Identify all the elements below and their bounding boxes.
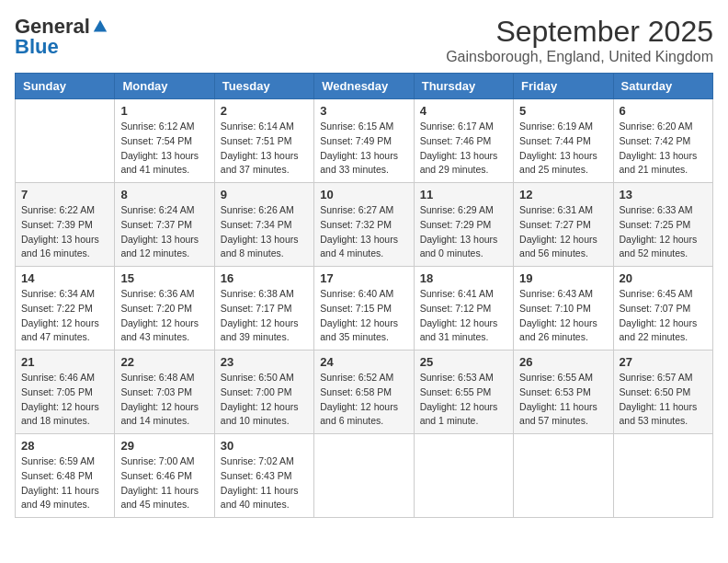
day-info: Sunrise: 6:36 AMSunset: 7:20 PMDaylight:… (120, 287, 208, 345)
day-info: Sunrise: 7:00 AMSunset: 6:46 PMDaylight:… (120, 454, 208, 512)
day-number: 18 (420, 271, 507, 285)
calendar-cell (514, 434, 613, 518)
header-monday: Monday (115, 74, 214, 99)
day-info: Sunrise: 6:24 AMSunset: 7:37 PMDaylight:… (120, 203, 208, 261)
day-info: Sunrise: 6:34 AMSunset: 7:22 PMDaylight:… (21, 287, 108, 345)
day-number: 23 (221, 355, 308, 369)
day-number: 2 (221, 104, 308, 118)
day-number: 1 (120, 104, 208, 118)
calendar-cell: 26Sunrise: 6:55 AMSunset: 6:53 PMDayligh… (514, 350, 613, 434)
calendar-cell: 28Sunrise: 6:59 AMSunset: 6:48 PMDayligh… (16, 434, 115, 518)
calendar-cell: 30Sunrise: 7:02 AMSunset: 6:43 PMDayligh… (214, 434, 313, 518)
calendar-cell: 1Sunrise: 6:12 AMSunset: 7:54 PMDaylight… (115, 99, 214, 183)
calendar-cell (16, 99, 115, 183)
day-number: 9 (221, 188, 308, 201)
calendar-cell: 8Sunrise: 6:24 AMSunset: 7:37 PMDaylight… (115, 183, 214, 267)
calendar-cell: 4Sunrise: 6:17 AMSunset: 7:46 PMDaylight… (414, 99, 513, 183)
day-info: Sunrise: 7:02 AMSunset: 6:43 PMDaylight:… (221, 454, 308, 512)
calendar-cell: 16Sunrise: 6:38 AMSunset: 7:17 PMDayligh… (214, 267, 313, 350)
day-info: Sunrise: 6:40 AMSunset: 7:15 PMDaylight:… (320, 287, 407, 345)
day-number: 7 (21, 188, 108, 201)
day-info: Sunrise: 6:50 AMSunset: 7:00 PMDaylight:… (221, 371, 308, 429)
calendar-cell: 13Sunrise: 6:33 AMSunset: 7:25 PMDayligh… (613, 183, 712, 267)
calendar-cell: 25Sunrise: 6:53 AMSunset: 6:55 PMDayligh… (414, 350, 513, 434)
day-info: Sunrise: 6:43 AMSunset: 7:10 PMDaylight:… (519, 287, 607, 345)
calendar-cell: 23Sunrise: 6:50 AMSunset: 7:00 PMDayligh… (214, 350, 313, 434)
logo: General Blue (15, 15, 108, 59)
calendar-cell (414, 434, 513, 518)
calendar-cell (613, 434, 712, 518)
calendar: SundayMondayTuesdayWednesdayThursdayFrid… (15, 73, 713, 518)
week-row-4: 21Sunrise: 6:46 AMSunset: 7:05 PMDayligh… (16, 350, 713, 434)
calendar-cell: 19Sunrise: 6:43 AMSunset: 7:10 PMDayligh… (514, 267, 613, 350)
day-info: Sunrise: 6:29 AMSunset: 7:29 PMDaylight:… (420, 203, 507, 261)
day-info: Sunrise: 6:45 AMSunset: 7:07 PMDaylight:… (620, 287, 707, 345)
calendar-cell: 22Sunrise: 6:48 AMSunset: 7:03 PMDayligh… (115, 350, 214, 434)
day-number: 27 (620, 355, 707, 369)
day-number: 21 (21, 355, 108, 369)
calendar-cell: 7Sunrise: 6:22 AMSunset: 7:39 PMDaylight… (16, 183, 115, 267)
day-number: 13 (620, 188, 707, 201)
day-number: 17 (320, 271, 407, 285)
day-number: 19 (519, 271, 607, 285)
day-info: Sunrise: 6:27 AMSunset: 7:32 PMDaylight:… (320, 203, 407, 261)
calendar-cell: 21Sunrise: 6:46 AMSunset: 7:05 PMDayligh… (16, 350, 115, 434)
day-number: 4 (420, 104, 507, 118)
calendar-cell: 2Sunrise: 6:14 AMSunset: 7:51 PMDaylight… (214, 99, 313, 183)
title-area: September 2025 Gainsborough, England, Un… (446, 15, 713, 65)
day-number: 5 (519, 104, 607, 118)
location: Gainsborough, England, United Kingdom (446, 49, 713, 65)
week-row-5: 28Sunrise: 6:59 AMSunset: 6:48 PMDayligh… (16, 434, 713, 518)
day-number: 26 (519, 355, 607, 369)
calendar-cell: 11Sunrise: 6:29 AMSunset: 7:29 PMDayligh… (414, 183, 513, 267)
day-number: 15 (120, 271, 208, 285)
calendar-cell: 5Sunrise: 6:19 AMSunset: 7:44 PMDaylight… (514, 99, 613, 183)
day-number: 8 (120, 188, 208, 201)
day-info: Sunrise: 6:52 AMSunset: 6:58 PMDaylight:… (320, 371, 407, 429)
day-info: Sunrise: 6:22 AMSunset: 7:39 PMDaylight:… (21, 203, 108, 261)
week-row-1: 1Sunrise: 6:12 AMSunset: 7:54 PMDaylight… (16, 99, 713, 183)
day-info: Sunrise: 6:12 AMSunset: 7:54 PMDaylight:… (120, 120, 208, 178)
calendar-cell: 18Sunrise: 6:41 AMSunset: 7:12 PMDayligh… (414, 267, 513, 350)
day-number: 16 (221, 271, 308, 285)
page-header: General Blue September 2025 Gainsborough… (15, 15, 713, 65)
logo-blue-text: Blue (15, 35, 59, 59)
calendar-cell: 10Sunrise: 6:27 AMSunset: 7:32 PMDayligh… (314, 183, 414, 267)
day-info: Sunrise: 6:15 AMSunset: 7:49 PMDaylight:… (320, 120, 407, 178)
day-number: 30 (221, 439, 308, 453)
day-number: 24 (320, 355, 407, 369)
calendar-body: 1Sunrise: 6:12 AMSunset: 7:54 PMDaylight… (16, 99, 713, 518)
day-info: Sunrise: 6:19 AMSunset: 7:44 PMDaylight:… (519, 120, 607, 178)
week-row-3: 14Sunrise: 6:34 AMSunset: 7:22 PMDayligh… (16, 267, 713, 350)
logo-icon (92, 18, 108, 35)
month-title: September 2025 (446, 15, 713, 49)
day-info: Sunrise: 6:14 AMSunset: 7:51 PMDaylight:… (221, 120, 308, 178)
calendar-cell: 12Sunrise: 6:31 AMSunset: 7:27 PMDayligh… (514, 183, 613, 267)
day-info: Sunrise: 6:53 AMSunset: 6:55 PMDaylight:… (420, 371, 507, 429)
day-number: 22 (120, 355, 208, 369)
svg-marker-0 (94, 20, 107, 32)
day-number: 10 (320, 188, 407, 201)
day-info: Sunrise: 6:26 AMSunset: 7:34 PMDaylight:… (221, 203, 308, 261)
header-friday: Friday (514, 74, 613, 99)
day-number: 29 (120, 439, 208, 453)
calendar-cell: 15Sunrise: 6:36 AMSunset: 7:20 PMDayligh… (115, 267, 214, 350)
day-number: 25 (420, 355, 507, 369)
day-number: 6 (620, 104, 707, 118)
day-info: Sunrise: 6:38 AMSunset: 7:17 PMDaylight:… (221, 287, 308, 345)
day-number: 12 (519, 188, 607, 201)
calendar-cell: 6Sunrise: 6:20 AMSunset: 7:42 PMDaylight… (613, 99, 712, 183)
week-row-2: 7Sunrise: 6:22 AMSunset: 7:39 PMDaylight… (16, 183, 713, 267)
calendar-cell: 20Sunrise: 6:45 AMSunset: 7:07 PMDayligh… (613, 267, 712, 350)
day-number: 3 (320, 104, 407, 118)
header-wednesday: Wednesday (314, 74, 414, 99)
day-number: 11 (420, 188, 507, 201)
calendar-cell: 17Sunrise: 6:40 AMSunset: 7:15 PMDayligh… (314, 267, 414, 350)
day-info: Sunrise: 6:59 AMSunset: 6:48 PMDaylight:… (21, 454, 108, 512)
calendar-cell: 9Sunrise: 6:26 AMSunset: 7:34 PMDaylight… (214, 183, 313, 267)
calendar-cell: 29Sunrise: 7:00 AMSunset: 6:46 PMDayligh… (115, 434, 214, 518)
day-info: Sunrise: 6:46 AMSunset: 7:05 PMDaylight:… (21, 371, 108, 429)
calendar-cell: 27Sunrise: 6:57 AMSunset: 6:50 PMDayligh… (613, 350, 712, 434)
calendar-header: SundayMondayTuesdayWednesdayThursdayFrid… (16, 74, 713, 99)
calendar-cell: 14Sunrise: 6:34 AMSunset: 7:22 PMDayligh… (16, 267, 115, 350)
